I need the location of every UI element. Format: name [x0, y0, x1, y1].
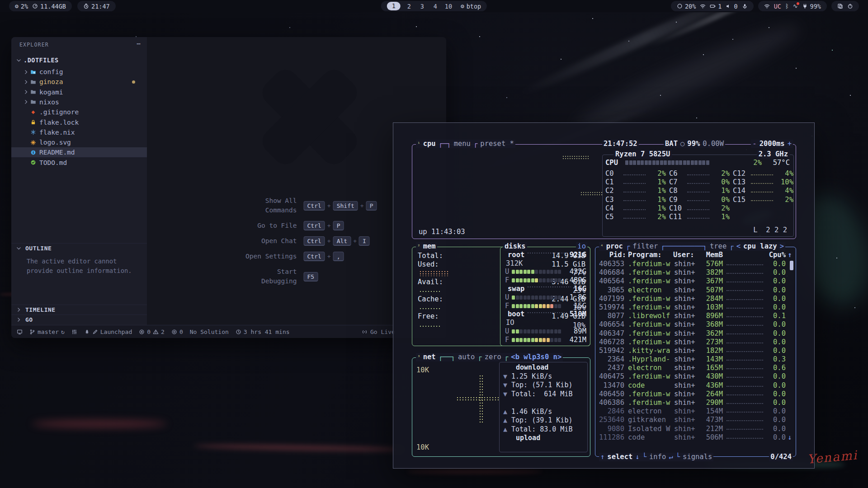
disks-title[interactable]: disks: [503, 242, 527, 251]
launchpad-button[interactable]: Launchpad: [84, 328, 132, 335]
section-outline[interactable]: OUTLINE: [11, 243, 147, 253]
process-row[interactable]: 111286codeshin+506M0.0↓: [598, 433, 794, 442]
session-time[interactable]: 3 hrs 41 mins: [236, 328, 290, 335]
process-row[interactable]: 8077.librewolfshin+896M0.1: [598, 312, 794, 320]
error-count: 0: [147, 328, 151, 335]
workspace-4[interactable]: 4: [431, 3, 440, 10]
proc-cpu: 0.0: [766, 338, 786, 347]
power-item[interactable]: [847, 3, 853, 9]
app-gear-icon: ⚙: [461, 3, 464, 9]
workspace-10[interactable]: 10: [444, 3, 453, 10]
sort-prev-button[interactable]: <: [735, 242, 742, 251]
process-row[interactable]: 9080Isolated Wshin+212M0.0: [598, 425, 794, 433]
process-row[interactable]: 13470codeshin+436M0.0: [598, 381, 794, 390]
wave-item[interactable]: ∿: [793, 3, 798, 9]
col-memb[interactable]: MemB: [699, 251, 723, 259]
process-row[interactable]: 253640gitkrakenshin+473M0.0: [598, 416, 794, 424]
process-row[interactable]: 2846electronshin+154M0.0: [598, 407, 794, 416]
col-user[interactable]: User:: [673, 251, 699, 259]
process-row[interactable]: 406353.ferdium-wshin+576M0.0: [598, 260, 794, 268]
timer-item[interactable]: 21:47: [83, 3, 110, 10]
workspace-1[interactable]: 1: [387, 2, 401, 10]
process-row[interactable]: 406654.ferdium-wshin+368M0.0: [598, 320, 794, 329]
file-todo-md[interactable]: TODO.md: [11, 158, 147, 168]
git-branch[interactable]: master↻: [29, 328, 65, 335]
net-interface[interactable]: <b wlp3s0 n>: [509, 353, 563, 361]
info-button[interactable]: info: [648, 453, 667, 461]
mic-item[interactable]: [742, 3, 748, 9]
net-zero-button[interactable]: zero: [483, 353, 503, 361]
file-flake-nix[interactable]: flake.nix: [11, 127, 147, 137]
circle-item[interactable]: 20%: [677, 3, 696, 10]
rate-minus-button[interactable]: -: [751, 140, 758, 148]
battery-item[interactable]: 1: [710, 3, 722, 10]
proc-scrollbar-thumb[interactable]: [790, 261, 793, 270]
file-flake-lock[interactable]: flake.lock: [11, 117, 147, 127]
select-down-key[interactable]: ↓: [634, 453, 641, 461]
cpu-box: ¹cpu┌─┐menu┌preset * 21:47:52 BAT○99%0.0…: [412, 144, 796, 239]
io-toggle[interactable]: io: [576, 242, 587, 251]
workspace-2[interactable]: 2: [405, 3, 414, 10]
proc-cpu-meter: [726, 382, 763, 387]
process-row[interactable]: 3065electronshin+507M0.0: [598, 286, 794, 295]
speaker-item[interactable]: 0: [726, 3, 737, 10]
shortcut-keys: Ctrl+Alt+I: [304, 236, 377, 246]
file--gitignore[interactable]: .gitignore: [11, 107, 147, 117]
file-readme-md[interactable]: README.md: [11, 147, 147, 157]
process-row[interactable]: 406728.ferdium-wshin+273M0.0: [598, 338, 794, 347]
wifi-item[interactable]: [764, 3, 770, 9]
go-live-button[interactable]: Go Live: [362, 325, 395, 338]
rate-plus-button[interactable]: +: [786, 140, 793, 148]
folder-config[interactable]: config: [11, 67, 147, 77]
core-meter: [751, 188, 773, 193]
col-pid[interactable]: Pid:: [598, 251, 626, 259]
process-row[interactable]: 2364.Hyprland-shin+143M0.3: [598, 355, 794, 364]
workspace-3[interactable]: 3: [418, 3, 427, 10]
folder-ginoza[interactable]: ginoza: [11, 77, 147, 87]
select-label[interactable]: select: [606, 453, 634, 461]
select-up-key[interactable]: ↑: [599, 453, 606, 461]
problems-indicator[interactable]: 02: [139, 328, 165, 335]
sort-next-button[interactable]: >: [778, 242, 785, 251]
col-program[interactable]: Program:: [626, 251, 673, 259]
text-item[interactable]: UC: [774, 3, 781, 10]
wifi-item[interactable]: [700, 3, 706, 9]
core-label: C5: [605, 213, 622, 221]
process-row[interactable]: 406684.ferdium-wshin+382M0.0: [598, 268, 794, 277]
ports-toggle[interactable]: [71, 329, 77, 335]
battery-watts: 0.00W: [701, 140, 725, 148]
root-folder-dotfiles[interactable]: .DOTFILES: [11, 55, 147, 65]
net-auto-button[interactable]: auto: [457, 353, 476, 361]
process-row[interactable]: 519974.ferdium-wshin+103M0.0: [598, 303, 794, 312]
menu-button[interactable]: menu: [453, 140, 472, 148]
folder-kogami[interactable]: kogami: [11, 87, 147, 97]
filter-button[interactable]: filter: [631, 242, 659, 251]
bt-item[interactable]: ᛒ: [785, 3, 789, 9]
more-actions-icon[interactable]: ⋯: [137, 40, 141, 48]
radio-indicator[interactable]: 0: [171, 328, 183, 335]
process-row[interactable]: 519942.kitty-wrashin+182M0.0: [598, 347, 794, 355]
remote-indicator[interactable]: [17, 329, 23, 335]
mem-label: Total:: [418, 252, 448, 260]
solution-status[interactable]: No Solution: [190, 328, 229, 335]
signals-button[interactable]: signals: [681, 453, 713, 461]
plug-item[interactable]: 99%: [802, 3, 821, 10]
folder-nixos[interactable]: nixos: [11, 97, 147, 107]
col-cpu[interactable]: Cpu%: [766, 251, 786, 259]
proc-user: shin+: [673, 399, 699, 407]
process-row[interactable]: 406450.ferdium-wshin+264M0.0: [598, 390, 794, 399]
process-row[interactable]: 406475.ferdium-wshin+430M0.0: [598, 372, 794, 381]
process-row[interactable]: 407199.ferdium-wshin+284M0.0: [598, 295, 794, 303]
tree-button[interactable]: tree: [708, 242, 728, 251]
gauge-item[interactable]: 11.44GB: [32, 3, 66, 10]
process-row[interactable]: 406386.ferdium-wshin+290M0.0: [598, 399, 794, 407]
preset-button[interactable]: preset *: [479, 140, 515, 148]
process-row[interactable]: 406347.ferdium-wshin+362M0.0: [598, 329, 794, 338]
process-row[interactable]: 2437electronshin+165M0.6: [598, 364, 794, 372]
process-row[interactable]: 406564.ferdium-wshin+367M0.0: [598, 277, 794, 286]
file-logo-svg[interactable]: logo.svg: [11, 137, 147, 147]
section-go[interactable]: GO: [11, 314, 147, 324]
section-timeline[interactable]: TIMELINE: [11, 305, 147, 314]
copy-item[interactable]: [837, 3, 843, 9]
gear-item[interactable]: ⚙2%: [15, 3, 28, 10]
